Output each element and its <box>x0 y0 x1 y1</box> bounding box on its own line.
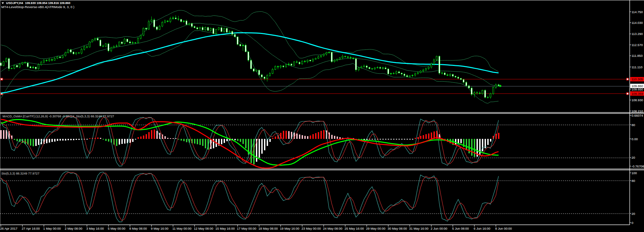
svg-text:9 May 16:00: 9 May 16:00 <box>151 227 168 230</box>
svg-text:-0.76708: -0.76708 <box>632 164 644 168</box>
svg-text:113.290: 113.290 <box>632 32 643 36</box>
svg-text:20: 20 <box>632 212 635 216</box>
svg-text:2 Jun 00:00: 2 Jun 00:00 <box>431 227 448 230</box>
svg-text:24 May 08:00: 24 May 08:00 <box>323 227 343 230</box>
svg-text:109.930 109.954 109.816 109.86: 109.930 109.954 109.816 109.860 <box>25 1 71 5</box>
svg-text:114.750: 114.750 <box>632 10 643 14</box>
svg-text:17 May 00:00: 17 May 00:00 <box>237 227 257 230</box>
svg-text:112.570: 112.570 <box>632 43 643 47</box>
svg-text:20: 20 <box>632 156 635 159</box>
svg-text:114.030: 114.030 <box>632 21 643 25</box>
svg-text:2 May 08:00: 2 May 08:00 <box>65 227 82 230</box>
svg-text:26 Apr 2017: 26 Apr 2017 <box>0 227 17 230</box>
svg-text:111.850: 111.850 <box>632 54 643 57</box>
svg-text:18 May 08:00: 18 May 08:00 <box>259 227 278 230</box>
svg-text:108.930: 108.930 <box>632 98 643 102</box>
svg-text:23 May 00:00: 23 May 00:00 <box>302 227 321 230</box>
svg-text:0: 0 <box>632 221 633 225</box>
svg-text:6 Jun 16:00: 6 Jun 16:00 <box>474 227 491 230</box>
svg-text:29 May 00:00: 29 May 00:00 <box>366 227 386 230</box>
svg-text:109.359: 109.359 <box>632 92 643 95</box>
svg-text:30 May 08:00: 30 May 08:00 <box>388 227 407 230</box>
svg-text:3 May 16:00: 3 May 16:00 <box>86 227 104 230</box>
svg-text:19 May 16:00: 19 May 16:00 <box>280 227 300 230</box>
svg-text:MT4-LevelStop-Reverse-vB0.4(AT: MT4-LevelStop-Reverse-vB0.4(ATRMode 9, 3… <box>1 5 74 9</box>
svg-text:12 May 08:00: 12 May 08:00 <box>194 227 214 230</box>
svg-text:15 May 16:00: 15 May 16:00 <box>216 227 235 230</box>
svg-text:USDJPY,H4: USDJPY,H4 <box>6 1 23 5</box>
svg-text:5 May 00:00: 5 May 00:00 <box>108 227 125 230</box>
svg-text:MACD_OsMA [CurrTF] (12,26,9) -: MACD_OsMA [CurrTF] (12,26,9) -0.30768 -0… <box>3 115 114 118</box>
svg-text:80: 80 <box>632 179 635 183</box>
svg-text:108.210: 108.210 <box>632 109 643 113</box>
svg-text:27 Apr 16:00: 27 Apr 16:00 <box>22 227 40 230</box>
svg-text:31 May 16:00: 31 May 16:00 <box>409 227 429 230</box>
svg-text:0.00: 0.00 <box>632 137 638 141</box>
svg-text:111.110: 111.110 <box>632 65 642 69</box>
svg-text:Sto(5,3,3) 88.3249 77.9727: Sto(5,3,3) 88.3249 77.9727 <box>1 172 39 175</box>
svg-text:109.860: 109.860 <box>632 84 643 88</box>
svg-text:8 Jun 00:00: 8 Jun 00:00 <box>495 227 512 230</box>
svg-text:5 Jun 08:00: 5 Jun 08:00 <box>452 227 469 230</box>
svg-text:25 May 16:00: 25 May 16:00 <box>345 227 364 230</box>
svg-text:1 May 00:00: 1 May 00:00 <box>43 227 61 230</box>
svg-text:8 May 08:00: 8 May 08:00 <box>129 227 147 230</box>
svg-text:0.66074: 0.66074 <box>632 114 643 117</box>
svg-text:11 May 00:00: 11 May 00:00 <box>173 227 192 230</box>
svg-text:80: 80 <box>632 123 635 127</box>
svg-text:100: 100 <box>632 171 637 175</box>
svg-text:110.305: 110.305 <box>632 77 643 81</box>
